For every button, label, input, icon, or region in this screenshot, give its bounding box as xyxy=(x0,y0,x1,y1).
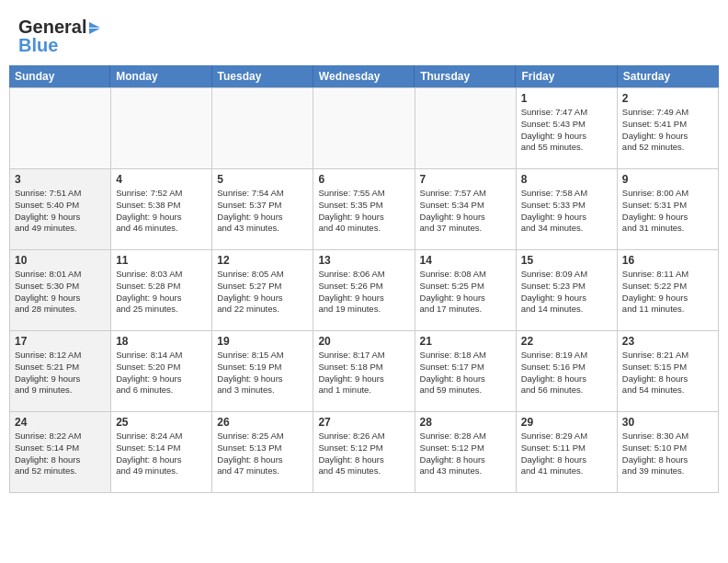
cell-info: Sunrise: 7:49 AMSunset: 5:41 PMDaylight:… xyxy=(622,107,713,154)
day-number: 3 xyxy=(15,173,106,186)
cell-info: Sunrise: 8:01 AMSunset: 5:30 PMDaylight:… xyxy=(15,269,106,316)
calendar-cell-11: 11Sunrise: 8:03 AMSunset: 5:28 PMDayligh… xyxy=(111,250,212,331)
cell-info: Sunrise: 7:52 AMSunset: 5:38 PMDaylight:… xyxy=(116,188,207,235)
cell-info: Sunrise: 8:24 AMSunset: 5:14 PMDaylight:… xyxy=(116,431,207,477)
cell-info: Sunrise: 8:30 AMSunset: 5:10 PMDaylight:… xyxy=(622,431,713,477)
calendar-cell-7: 7Sunrise: 7:57 AMSunset: 5:34 PMDaylight… xyxy=(415,169,517,250)
day-number: 20 xyxy=(318,335,409,348)
day-number: 27 xyxy=(318,416,409,429)
calendar-cell-13: 13Sunrise: 8:06 AMSunset: 5:26 PMDayligh… xyxy=(313,250,415,331)
calendar-cell-23: 23Sunrise: 8:21 AMSunset: 5:15 PMDayligh… xyxy=(618,331,719,412)
calendar-cell-22: 22Sunrise: 8:19 AMSunset: 5:16 PMDayligh… xyxy=(517,331,618,412)
page-container: General Blue SundayMondayTuesdayWednesda… xyxy=(0,0,728,493)
header-cell-monday: Monday xyxy=(110,65,211,87)
calendar-cell-29: 29Sunrise: 8:29 AMSunset: 5:11 PMDayligh… xyxy=(517,412,618,493)
calendar-cell-30: 30Sunrise: 8:30 AMSunset: 5:10 PMDayligh… xyxy=(618,412,719,493)
day-number: 28 xyxy=(420,416,511,429)
calendar: SundayMondayTuesdayWednesdayThursdayFrid… xyxy=(9,65,719,493)
calendar-cell-9: 9Sunrise: 8:00 AMSunset: 5:31 PMDaylight… xyxy=(618,169,719,250)
cell-info: Sunrise: 8:06 AMSunset: 5:26 PMDaylight:… xyxy=(318,269,409,316)
day-number: 6 xyxy=(318,173,409,186)
calendar-row-1: 1Sunrise: 7:47 AMSunset: 5:43 PMDaylight… xyxy=(10,88,719,169)
day-number: 11 xyxy=(116,254,207,267)
calendar-row-3: 10Sunrise: 8:01 AMSunset: 5:30 PMDayligh… xyxy=(10,250,719,331)
day-number: 24 xyxy=(15,416,106,429)
day-number: 30 xyxy=(622,416,713,429)
calendar-cell-1: 1Sunrise: 7:47 AMSunset: 5:43 PMDaylight… xyxy=(517,88,618,169)
calendar-row-4: 17Sunrise: 8:12 AMSunset: 5:21 PMDayligh… xyxy=(10,331,719,412)
calendar-cell-18: 18Sunrise: 8:14 AMSunset: 5:20 PMDayligh… xyxy=(111,331,212,412)
day-number: 9 xyxy=(622,173,713,186)
calendar-cell-20: 20Sunrise: 8:17 AMSunset: 5:18 PMDayligh… xyxy=(313,331,415,412)
day-number: 7 xyxy=(420,173,511,186)
day-number: 12 xyxy=(217,254,308,267)
calendar-cell-4: 4Sunrise: 7:52 AMSunset: 5:38 PMDaylight… xyxy=(111,169,212,250)
calendar-cell-12: 12Sunrise: 8:05 AMSunset: 5:27 PMDayligh… xyxy=(212,250,313,331)
day-number: 18 xyxy=(116,335,207,348)
cell-info: Sunrise: 8:26 AMSunset: 5:12 PMDaylight:… xyxy=(318,431,409,477)
calendar-cell-5: 5Sunrise: 7:54 AMSunset: 5:37 PMDaylight… xyxy=(212,169,313,250)
day-number: 29 xyxy=(521,416,612,429)
cell-info: Sunrise: 8:28 AMSunset: 5:12 PMDaylight:… xyxy=(420,431,511,477)
header-cell-saturday: Saturday xyxy=(618,65,719,87)
cell-info: Sunrise: 8:22 AMSunset: 5:14 PMDaylight:… xyxy=(15,431,106,477)
day-number: 17 xyxy=(15,335,106,348)
cell-info: Sunrise: 8:09 AMSunset: 5:23 PMDaylight:… xyxy=(521,269,612,316)
day-number: 21 xyxy=(420,335,511,348)
day-number: 22 xyxy=(521,335,612,348)
cell-info: Sunrise: 7:47 AMSunset: 5:43 PMDaylight:… xyxy=(521,107,612,154)
day-number: 25 xyxy=(116,416,207,429)
day-number: 19 xyxy=(217,335,308,348)
header-cell-tuesday: Tuesday xyxy=(212,65,313,87)
calendar-cell-17: 17Sunrise: 8:12 AMSunset: 5:21 PMDayligh… xyxy=(10,331,111,412)
cell-info: Sunrise: 7:54 AMSunset: 5:37 PMDaylight:… xyxy=(217,188,308,235)
calendar-header: SundayMondayTuesdayWednesdayThursdayFrid… xyxy=(9,65,719,87)
calendar-cell-empty-0-2 xyxy=(212,88,313,169)
cell-info: Sunrise: 8:15 AMSunset: 5:19 PMDaylight:… xyxy=(217,350,308,396)
calendar-cell-26: 26Sunrise: 8:25 AMSunset: 5:13 PMDayligh… xyxy=(212,412,313,493)
header-cell-friday: Friday xyxy=(516,65,617,87)
logo: General Blue xyxy=(18,17,100,56)
calendar-cell-empty-0-0 xyxy=(10,88,111,169)
calendar-cell-empty-0-3 xyxy=(313,88,415,169)
calendar-cell-3: 3Sunrise: 7:51 AMSunset: 5:40 PMDaylight… xyxy=(10,169,111,250)
day-number: 23 xyxy=(622,335,713,348)
cell-info: Sunrise: 8:05 AMSunset: 5:27 PMDaylight:… xyxy=(217,269,308,316)
header-cell-sunday: Sunday xyxy=(9,65,110,87)
calendar-row-2: 3Sunrise: 7:51 AMSunset: 5:40 PMDaylight… xyxy=(10,169,719,250)
calendar-cell-14: 14Sunrise: 8:08 AMSunset: 5:25 PMDayligh… xyxy=(415,250,517,331)
cell-info: Sunrise: 8:03 AMSunset: 5:28 PMDaylight:… xyxy=(116,269,207,316)
day-number: 16 xyxy=(622,254,713,267)
calendar-cell-24: 24Sunrise: 8:22 AMSunset: 5:14 PMDayligh… xyxy=(10,412,111,493)
calendar-cell-19: 19Sunrise: 8:15 AMSunset: 5:19 PMDayligh… xyxy=(212,331,313,412)
calendar-cell-28: 28Sunrise: 8:28 AMSunset: 5:12 PMDayligh… xyxy=(415,412,517,493)
day-number: 26 xyxy=(217,416,308,429)
day-number: 14 xyxy=(420,254,511,267)
page-header: General Blue xyxy=(0,0,728,65)
calendar-cell-16: 16Sunrise: 8:11 AMSunset: 5:22 PMDayligh… xyxy=(618,250,719,331)
day-number: 2 xyxy=(622,92,713,105)
calendar-cell-empty-0-4 xyxy=(415,88,517,169)
cell-info: Sunrise: 8:18 AMSunset: 5:17 PMDaylight:… xyxy=(420,350,511,396)
header-cell-wednesday: Wednesday xyxy=(313,65,415,87)
day-number: 15 xyxy=(521,254,612,267)
calendar-cell-6: 6Sunrise: 7:55 AMSunset: 5:35 PMDaylight… xyxy=(313,169,415,250)
day-number: 8 xyxy=(521,173,612,186)
cell-info: Sunrise: 7:55 AMSunset: 5:35 PMDaylight:… xyxy=(318,188,409,235)
cell-info: Sunrise: 8:17 AMSunset: 5:18 PMDaylight:… xyxy=(318,350,409,396)
cell-info: Sunrise: 8:08 AMSunset: 5:25 PMDaylight:… xyxy=(420,269,511,316)
day-number: 10 xyxy=(15,254,106,267)
cell-info: Sunrise: 8:19 AMSunset: 5:16 PMDaylight:… xyxy=(521,350,612,396)
calendar-cell-8: 8Sunrise: 7:58 AMSunset: 5:33 PMDaylight… xyxy=(517,169,618,250)
cell-info: Sunrise: 8:12 AMSunset: 5:21 PMDaylight:… xyxy=(15,350,106,396)
cell-info: Sunrise: 8:25 AMSunset: 5:13 PMDaylight:… xyxy=(217,431,308,477)
cell-info: Sunrise: 8:29 AMSunset: 5:11 PMDaylight:… xyxy=(521,431,612,477)
cell-info: Sunrise: 8:11 AMSunset: 5:22 PMDaylight:… xyxy=(622,269,713,316)
logo-text: General Blue xyxy=(18,17,100,56)
cell-info: Sunrise: 7:57 AMSunset: 5:34 PMDaylight:… xyxy=(420,188,511,235)
day-number: 5 xyxy=(217,173,308,186)
header-cell-thursday: Thursday xyxy=(415,65,516,87)
cell-info: Sunrise: 7:58 AMSunset: 5:33 PMDaylight:… xyxy=(521,188,612,235)
day-number: 4 xyxy=(116,173,207,186)
day-number: 13 xyxy=(318,254,409,267)
